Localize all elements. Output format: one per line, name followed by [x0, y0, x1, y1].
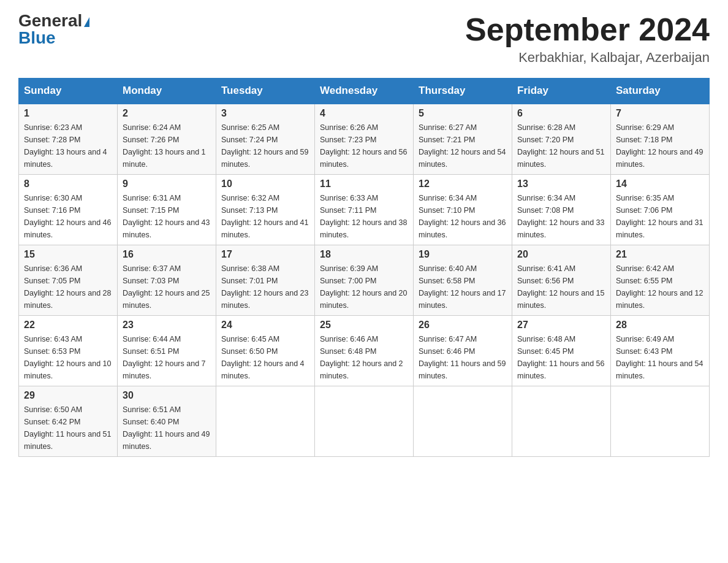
day-number: 25 [320, 320, 408, 331]
calendar-cell: 20Sunrise: 6:41 AMSunset: 6:56 PMDayligh… [512, 245, 611, 316]
day-info: Sunrise: 6:48 AMSunset: 6:45 PMDaylight:… [517, 333, 605, 382]
calendar-cell: 1Sunrise: 6:23 AMSunset: 7:28 PMDaylight… [19, 104, 118, 175]
calendar-cell: 22Sunrise: 6:43 AMSunset: 6:53 PMDayligh… [19, 316, 118, 386]
calendar-cell [512, 386, 611, 457]
calendar-cell: 5Sunrise: 6:27 AMSunset: 7:21 PMDaylight… [414, 104, 512, 175]
calendar-cell: 26Sunrise: 6:47 AMSunset: 6:46 PMDayligh… [414, 316, 512, 386]
day-info: Sunrise: 6:42 AMSunset: 6:55 PMDaylight:… [616, 262, 704, 312]
day-number: 27 [517, 320, 605, 331]
day-number: 2 [123, 108, 211, 119]
day-number: 14 [616, 178, 704, 190]
calendar-cell: 10Sunrise: 6:32 AMSunset: 7:13 PMDayligh… [216, 175, 315, 245]
day-number: 11 [320, 178, 408, 190]
day-number: 12 [419, 178, 507, 190]
day-number: 9 [123, 178, 211, 190]
calendar-cell: 12Sunrise: 6:34 AMSunset: 7:10 PMDayligh… [414, 175, 512, 245]
calendar-cell: 11Sunrise: 6:33 AMSunset: 7:11 PMDayligh… [315, 175, 414, 245]
calendar-cell: 9Sunrise: 6:31 AMSunset: 7:15 PMDaylight… [118, 175, 216, 245]
day-info: Sunrise: 6:49 AMSunset: 6:43 PMDaylight:… [616, 333, 704, 382]
day-number: 1 [24, 108, 112, 119]
day-info: Sunrise: 6:50 AMSunset: 6:42 PMDaylight:… [24, 404, 112, 453]
header-sunday: Sunday [19, 79, 118, 104]
header-wednesday: Wednesday [315, 79, 414, 104]
day-info: Sunrise: 6:45 AMSunset: 6:50 PMDaylight:… [221, 333, 309, 382]
calendar-cell: 4Sunrise: 6:26 AMSunset: 7:23 PMDaylight… [315, 104, 414, 175]
calendar-cell [315, 386, 414, 457]
day-info: Sunrise: 6:23 AMSunset: 7:28 PMDaylight:… [24, 121, 112, 170]
calendar-cell: 6Sunrise: 6:28 AMSunset: 7:20 PMDaylight… [512, 104, 611, 175]
day-info: Sunrise: 6:29 AMSunset: 7:18 PMDaylight:… [616, 121, 704, 170]
day-info: Sunrise: 6:35 AMSunset: 7:06 PMDaylight:… [616, 192, 704, 241]
logo-general-text: General [18, 12, 89, 29]
header-friday: Friday [512, 79, 611, 104]
header-monday: Monday [118, 79, 216, 104]
day-number: 6 [517, 108, 605, 119]
day-number: 21 [616, 249, 704, 260]
header-saturday: Saturday [611, 79, 710, 104]
logo-blue-text: Blue [18, 29, 56, 47]
calendar-cell: 2Sunrise: 6:24 AMSunset: 7:26 PMDaylight… [118, 104, 216, 175]
day-info: Sunrise: 6:31 AMSunset: 7:15 PMDaylight:… [123, 192, 211, 241]
calendar-header-row: Sunday Monday Tuesday Wednesday Thursday… [19, 79, 710, 104]
day-number: 18 [320, 249, 408, 260]
calendar-cell: 24Sunrise: 6:45 AMSunset: 6:50 PMDayligh… [216, 316, 315, 386]
page-header: General Blue September 2024 Kerbakhiar, … [18, 12, 710, 66]
day-number: 20 [517, 249, 605, 260]
day-info: Sunrise: 6:24 AMSunset: 7:26 PMDaylight:… [123, 121, 211, 170]
day-number: 4 [320, 108, 408, 119]
calendar-cell: 17Sunrise: 6:38 AMSunset: 7:01 PMDayligh… [216, 245, 315, 316]
calendar-cell: 7Sunrise: 6:29 AMSunset: 7:18 PMDaylight… [611, 104, 710, 175]
calendar-week-row-1: 1Sunrise: 6:23 AMSunset: 7:28 PMDaylight… [19, 104, 710, 175]
calendar-cell [611, 386, 710, 457]
day-info: Sunrise: 6:41 AMSunset: 6:56 PMDaylight:… [517, 262, 605, 312]
calendar-week-row-3: 15Sunrise: 6:36 AMSunset: 7:05 PMDayligh… [19, 245, 710, 316]
day-number: 29 [24, 390, 112, 401]
day-info: Sunrise: 6:26 AMSunset: 7:23 PMDaylight:… [320, 121, 408, 170]
day-info: Sunrise: 6:25 AMSunset: 7:24 PMDaylight:… [221, 121, 309, 170]
calendar-cell: 28Sunrise: 6:49 AMSunset: 6:43 PMDayligh… [611, 316, 710, 386]
day-number: 28 [616, 320, 704, 331]
title-area: September 2024 Kerbakhiar, Kalbajar, Aze… [465, 12, 710, 66]
calendar-cell: 19Sunrise: 6:40 AMSunset: 6:58 PMDayligh… [414, 245, 512, 316]
day-number: 13 [517, 178, 605, 190]
day-number: 8 [24, 178, 112, 190]
day-info: Sunrise: 6:43 AMSunset: 6:53 PMDaylight:… [24, 333, 112, 382]
day-info: Sunrise: 6:28 AMSunset: 7:20 PMDaylight:… [517, 121, 605, 170]
day-number: 17 [221, 249, 309, 260]
day-info: Sunrise: 6:40 AMSunset: 6:58 PMDaylight:… [419, 262, 507, 312]
calendar-week-row-5: 29Sunrise: 6:50 AMSunset: 6:42 PMDayligh… [19, 386, 710, 457]
day-info: Sunrise: 6:27 AMSunset: 7:21 PMDaylight:… [419, 121, 507, 170]
day-number: 19 [419, 249, 507, 260]
day-number: 10 [221, 178, 309, 190]
day-info: Sunrise: 6:30 AMSunset: 7:16 PMDaylight:… [24, 192, 112, 241]
day-number: 7 [616, 108, 704, 119]
day-number: 15 [24, 249, 112, 260]
day-number: 24 [221, 320, 309, 331]
calendar-cell: 30Sunrise: 6:51 AMSunset: 6:40 PMDayligh… [118, 386, 216, 457]
day-info: Sunrise: 6:33 AMSunset: 7:11 PMDaylight:… [320, 192, 408, 241]
day-number: 26 [419, 320, 507, 331]
day-info: Sunrise: 6:34 AMSunset: 7:10 PMDaylight:… [419, 192, 507, 241]
day-info: Sunrise: 6:46 AMSunset: 6:48 PMDaylight:… [320, 333, 408, 382]
day-info: Sunrise: 6:47 AMSunset: 6:46 PMDaylight:… [419, 333, 507, 382]
header-thursday: Thursday [414, 79, 512, 104]
calendar-cell: 21Sunrise: 6:42 AMSunset: 6:55 PMDayligh… [611, 245, 710, 316]
calendar-cell: 23Sunrise: 6:44 AMSunset: 6:51 PMDayligh… [118, 316, 216, 386]
day-info: Sunrise: 6:38 AMSunset: 7:01 PMDaylight:… [221, 262, 309, 312]
calendar-cell: 27Sunrise: 6:48 AMSunset: 6:45 PMDayligh… [512, 316, 611, 386]
header-tuesday: Tuesday [216, 79, 315, 104]
day-number: 30 [123, 390, 211, 401]
day-info: Sunrise: 6:32 AMSunset: 7:13 PMDaylight:… [221, 192, 309, 241]
day-number: 3 [221, 108, 309, 119]
calendar-cell: 18Sunrise: 6:39 AMSunset: 7:00 PMDayligh… [315, 245, 414, 316]
calendar-table: Sunday Monday Tuesday Wednesday Thursday… [18, 78, 710, 457]
day-number: 16 [123, 249, 211, 260]
calendar-week-row-2: 8Sunrise: 6:30 AMSunset: 7:16 PMDaylight… [19, 175, 710, 245]
calendar-cell: 15Sunrise: 6:36 AMSunset: 7:05 PMDayligh… [19, 245, 118, 316]
calendar-cell: 29Sunrise: 6:50 AMSunset: 6:42 PMDayligh… [19, 386, 118, 457]
logo: General Blue [18, 12, 89, 47]
day-number: 22 [24, 320, 112, 331]
day-info: Sunrise: 6:37 AMSunset: 7:03 PMDaylight:… [123, 262, 211, 312]
calendar-cell: 14Sunrise: 6:35 AMSunset: 7:06 PMDayligh… [611, 175, 710, 245]
day-info: Sunrise: 6:39 AMSunset: 7:00 PMDaylight:… [320, 262, 408, 312]
